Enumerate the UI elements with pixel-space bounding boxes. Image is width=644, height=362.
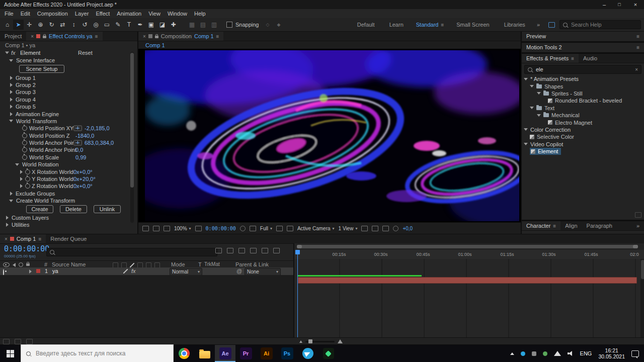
row-animation-engine[interactable]: Animation Engine xyxy=(0,110,137,117)
panel-resize-icon[interactable] xyxy=(635,212,641,218)
taskbar-explorer[interactable] xyxy=(194,345,215,362)
taskbar-search-input[interactable] xyxy=(35,349,168,357)
stopwatch-icon[interactable] xyxy=(22,147,27,152)
row-utilities[interactable]: Utilities xyxy=(0,221,137,228)
twirl-icon[interactable] xyxy=(20,177,23,181)
tab-close-icon[interactable]: × xyxy=(31,34,34,39)
expand-inout-panes-icon[interactable] xyxy=(26,339,33,344)
tree-color-correction[interactable]: Color Correction xyxy=(522,126,644,133)
mask-shape-tool[interactable]: ▭ xyxy=(102,20,112,30)
tab-paragraph[interactable]: Paragraph xyxy=(582,221,617,230)
create-button[interactable]: Create xyxy=(26,205,53,213)
pixel-aspect-icon[interactable] xyxy=(361,226,368,231)
stopwatch-icon[interactable] xyxy=(22,126,27,131)
orbit-camera-tool[interactable]: ↻ xyxy=(46,20,57,30)
row-world-transform[interactable]: World Transform xyxy=(0,118,137,125)
twirl-icon[interactable] xyxy=(20,170,23,174)
twirl-icon[interactable] xyxy=(9,120,13,122)
type-tool[interactable]: T xyxy=(124,20,134,30)
viewer-stage[interactable] xyxy=(138,49,521,223)
transparency-grid-icon[interactable] xyxy=(287,226,293,231)
navigator-end-handle[interactable] xyxy=(633,245,638,248)
row-scene-interface[interactable]: Scene Interface xyxy=(0,57,137,64)
graph-editor-icon[interactable] xyxy=(273,248,280,253)
tab-project[interactable]: Project xyxy=(0,32,26,41)
workspace-overflow-icon[interactable]: » xyxy=(533,22,544,28)
tree-effect-element[interactable]: Element xyxy=(522,148,644,155)
col-number[interactable]: # xyxy=(44,261,47,267)
tab-effect-controls[interactable]: × Effect Controls ya ≡ xyxy=(26,32,102,41)
menu-composition[interactable]: Composition xyxy=(34,9,71,18)
menu-edit[interactable]: Edit xyxy=(17,9,34,18)
row-custom-layers[interactable]: Custom Layers xyxy=(0,214,137,221)
menu-file[interactable]: File xyxy=(1,9,17,18)
twirl-icon[interactable] xyxy=(10,76,13,80)
property-value[interactable]: 0,0 xyxy=(75,147,83,153)
tray-expand-icon[interactable] xyxy=(510,352,514,355)
vscroll-thumb[interactable] xyxy=(641,260,644,279)
clear-search-icon[interactable]: × xyxy=(635,67,638,72)
stopwatch-icon[interactable] xyxy=(25,184,30,189)
view-layout-dropdown[interactable]: 1 View ▾ xyxy=(339,226,358,231)
point-target-icon[interactable] xyxy=(73,140,82,146)
row-exclude-groups[interactable]: Exclude Groups xyxy=(0,190,137,197)
panel-menu-icon[interactable]: ≡ xyxy=(38,236,41,242)
timeline-vscrollbar[interactable] xyxy=(640,259,644,337)
effects-search-box[interactable]: × xyxy=(524,65,641,74)
twirl-icon[interactable] xyxy=(15,163,19,166)
point-target-icon[interactable] xyxy=(73,126,82,131)
composition-mini-flowchart-icon[interactable] xyxy=(215,248,222,253)
col-t[interactable]: T xyxy=(198,261,202,267)
minimize-button[interactable]: – xyxy=(597,0,612,9)
twirl-icon[interactable] xyxy=(530,85,534,87)
parent-pickwhip-icon[interactable]: @ xyxy=(236,268,242,274)
axis-local-icon[interactable]: ▦ xyxy=(187,20,197,30)
twirl-icon[interactable] xyxy=(10,112,13,116)
volume-icon[interactable] xyxy=(568,351,574,356)
tab-composition[interactable]: × Composition Comp 1 ≡ xyxy=(138,32,223,41)
property-value[interactable]: 0x+20,0° xyxy=(73,176,96,182)
stopwatch-icon[interactable] xyxy=(25,176,30,182)
taskbar-photoshop[interactable]: Ps xyxy=(277,345,297,362)
home-tool[interactable]: ⌂ xyxy=(2,20,13,30)
pan-behind-tool[interactable]: ◎ xyxy=(91,20,101,30)
zoom-in-icon[interactable] xyxy=(338,339,343,343)
twirl-icon[interactable] xyxy=(5,52,9,54)
snapshot-camera-icon[interactable] xyxy=(240,226,246,231)
twirl-icon[interactable] xyxy=(524,78,528,80)
property-value[interactable]: -1840,0 xyxy=(75,133,94,139)
layer-mode-dropdown[interactable]: Normal ▾ xyxy=(170,268,202,276)
row-group-2[interactable]: Group 2 xyxy=(0,81,137,88)
workspace-learn[interactable]: Learn xyxy=(382,22,411,28)
timeline-timecode[interactable]: 0:00:00:00 xyxy=(4,244,49,253)
twirl-icon[interactable] xyxy=(20,184,23,188)
delete-button[interactable]: Delete xyxy=(60,205,87,213)
show-snapshot-icon[interactable] xyxy=(250,226,256,231)
twirl-icon[interactable] xyxy=(10,105,13,109)
twirl-icon[interactable] xyxy=(524,128,528,131)
row-group-3[interactable]: Group 3 xyxy=(0,88,137,96)
twirl-icon[interactable] xyxy=(10,98,13,102)
timeline-search-box[interactable] xyxy=(46,248,217,256)
stopwatch-icon[interactable] xyxy=(22,133,27,138)
video-column-icon[interactable] xyxy=(3,262,10,267)
twirl-icon[interactable] xyxy=(9,59,13,62)
puppet-tool[interactable]: ✚ xyxy=(168,20,179,30)
layer-name[interactable]: ya xyxy=(52,268,58,274)
col-trkmat[interactable]: TrkMat xyxy=(204,261,220,267)
action-center-icon[interactable] xyxy=(631,350,639,357)
quality-switch-icon[interactable] xyxy=(130,263,134,267)
tree-effect-selective-color[interactable]: Selective Color xyxy=(522,133,644,140)
dolly-camera-tool[interactable]: ↕ xyxy=(68,20,79,30)
workspace-menu-icon[interactable]: ≡ xyxy=(441,22,444,28)
menu-layer[interactable]: Layer xyxy=(71,9,93,18)
stopwatch-icon[interactable] xyxy=(25,169,30,174)
zoom-tool[interactable]: ⊕ xyxy=(35,20,46,30)
layer-color-swatch[interactable] xyxy=(36,269,40,273)
tree-preset-electro-magnet[interactable]: Electro Magnet xyxy=(522,119,644,126)
property-value[interactable]: 0x+0,0° xyxy=(73,169,93,175)
draft-3d-icon[interactable] xyxy=(227,248,233,253)
layer-fx-badge[interactable]: fx xyxy=(131,268,136,274)
col-parent-link[interactable]: Parent & Link xyxy=(235,261,269,267)
tray-sync-icon[interactable] xyxy=(543,351,547,356)
